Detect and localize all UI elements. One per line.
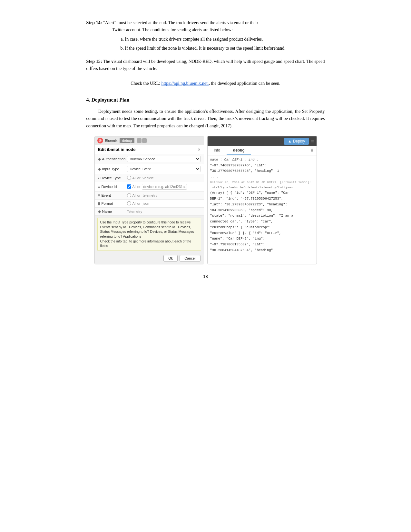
toolbar-logo: ◎: [97, 138, 103, 143]
auth-icon: ◆: [98, 157, 101, 161]
form-row-authentication: ◆ Authentication Bluemix Service API Key: [95, 154, 204, 164]
form-row-inputtype: ◆ Input Type Device Event Device Status: [95, 164, 204, 174]
debug-content: name : Car DEF-1 , ing : "-97.7468973078…: [208, 155, 317, 252]
debug-line-1: name : Car DEF-1 , ing :: [210, 157, 314, 163]
debug-timestamp: October 28, 2014 at 6:42:01 AM GMT+1 [ar…: [210, 180, 314, 185]
ok-button[interactable]: Ok: [163, 255, 178, 261]
deploy-label: Deploy: [293, 139, 305, 143]
deviceid-allor-label: All or: [132, 185, 141, 189]
deviceid-icon: ≡: [98, 184, 100, 189]
tab-clear-icon[interactable]: 🗑: [308, 146, 317, 155]
form-label-deviceid: ≡ Device Id: [98, 184, 127, 189]
form-control-inputtype: Device Event Device Status: [127, 166, 201, 172]
url-text-after: , the developed application can be seen.: [209, 81, 280, 86]
url-line: Check the URL: https://api.ng.bluemix.ne…: [86, 80, 325, 87]
section4-body: Deployment needs some testing, to ensure…: [86, 108, 325, 130]
step15-label: Step 15:: [86, 59, 102, 64]
name-value: Telemetry: [127, 210, 142, 213]
toolbar-icons: [137, 138, 147, 143]
debug-line-13: "-97.7387868135589", "lat":: [210, 242, 314, 247]
debug-line-3: "30.277008076367625", "heading": 1: [210, 169, 314, 174]
toolbar-debug-label: debug: [120, 138, 135, 143]
form-label-inputtype: ◆ Input Type: [98, 167, 127, 171]
format-allor-label: All or: [132, 202, 141, 205]
debug-array-start: (Array) [ { "id": "DEF-1", "name": "Car: [210, 191, 314, 196]
form-row-event: ≡ Event All or telemetry: [95, 192, 204, 200]
page-number: 18: [86, 274, 325, 279]
debug-url: iot-2/type/vehicle/id-/evt/telemetry/fmt…: [210, 185, 314, 190]
section4-heading: 4. Deployment Plan: [86, 97, 325, 103]
debug-line-8: "state": "normal", "description": "I am …: [210, 213, 314, 219]
panel-header: Edit ibmiot in node ×: [95, 145, 204, 154]
debug-line-6: "lat": "30.27893845872723", "heading":: [210, 202, 314, 207]
toolbar-icon-2[interactable]: [142, 138, 147, 143]
form-row-name: ◆ Name Telemetry: [95, 208, 204, 216]
right-tabs: info debug 🗑: [208, 146, 317, 155]
event-radio[interactable]: [127, 193, 131, 197]
format-value: json: [142, 202, 149, 205]
form-label-devicetype: ▪ Device Type: [98, 176, 127, 180]
form-label-format: ▮ Format: [98, 201, 127, 206]
step15-block: Step 15: The visual dashboard will be de…: [86, 58, 325, 73]
form-control-event: All or telemetry: [127, 193, 201, 197]
event-icon: ≡: [98, 193, 100, 198]
debug-line-4: ....: [210, 174, 314, 180]
page-content: Step 14: “Alert” must be selected at the…: [61, 0, 351, 298]
deploy-button[interactable]: ▲ Deploy: [284, 138, 309, 145]
panel-footer: Ok Cancel: [95, 252, 204, 264]
panel-close-button[interactable]: ×: [198, 147, 201, 152]
debug-line-12: "name": "Car DEF-2", "lng":: [210, 236, 314, 241]
debug-line-11: "customValue" } }, { "id": "DEF-2",: [210, 231, 314, 236]
format-icon: ▮: [98, 201, 100, 206]
form-control-format: All or json: [127, 201, 201, 205]
debug-line-14: "30.268414504487684", "heading":: [210, 248, 314, 252]
devicetype-alll-label: All or: [132, 176, 141, 180]
devicetype-icon: ▪: [98, 176, 99, 180]
panel-toolbar: ◎ Bluemix debug: [95, 136, 204, 145]
event-allor-label: All or: [132, 193, 141, 197]
form-label-authentication: ◆ Authentication: [98, 157, 127, 161]
step14-label: Step 14:: [86, 20, 102, 25]
devicetype-value: vehicle: [142, 176, 154, 180]
deviceid-input[interactable]: [142, 184, 187, 190]
step14-text1: “Alert” must be selected at the end. The…: [103, 20, 258, 25]
authentication-select[interactable]: Bluemix Service API Key: [127, 156, 201, 162]
inputtype-icon: ◆: [98, 167, 101, 171]
tab-info[interactable]: info: [208, 146, 227, 155]
step14-indent: Twitter account. The conditions for send…: [112, 26, 325, 34]
deploy-icon: ▲: [288, 139, 292, 143]
cancel-button[interactable]: Cancel: [180, 255, 200, 261]
step15-text: isual dashboard will be developed using,…: [86, 59, 325, 71]
form-row-deviceid: ≡ Device Id All or: [95, 182, 204, 192]
step14-list: In case, where the truck drivers complet…: [125, 36, 325, 52]
form-row-devicetype: ▪ Device Type All or vehicle: [95, 174, 204, 182]
debug-line-5: DEF-1", "lng": "-97.73205306427253",: [210, 196, 314, 202]
toolbar-bluemix-label: Bluemix: [105, 139, 118, 143]
url-text-before: Check the URL:: [131, 81, 161, 86]
debug-line-10: "customProps": { "customProp":: [210, 225, 314, 230]
panel-title: Edit ibmiot in node: [98, 147, 136, 152]
event-value: telemetry: [142, 193, 157, 197]
tab-debug[interactable]: debug: [227, 146, 251, 155]
format-radio[interactable]: [127, 201, 131, 205]
url-link[interactable]: https://api.ng.bluemix.net.: [161, 81, 209, 86]
inputtype-select[interactable]: Device Event Device Status: [127, 166, 201, 172]
right-toolbar: ▲ Deploy ≡: [208, 136, 317, 146]
form-control-devicetype: All or vehicle: [127, 176, 201, 180]
section4-body-text: Deployment needs some testing, to ensure…: [86, 109, 325, 128]
menu-icon[interactable]: ≡: [311, 138, 314, 144]
tab-spacer: [251, 146, 308, 155]
form-control-deviceid: All or: [127, 184, 201, 190]
toolbar-icon-1[interactable]: [137, 138, 142, 143]
form-label-name: ◆ Name: [98, 209, 127, 214]
help-text-block: Use the Input Type property to configure…: [97, 218, 201, 251]
form-control-name: Telemetry: [127, 210, 201, 213]
name-icon: ◆: [98, 209, 101, 214]
debug-line-9: connected car.", "type": "car",: [210, 219, 314, 224]
debug-line-2: "-97.74689730787746", "lat":: [210, 163, 314, 168]
right-panel: ▲ Deploy ≡ info debug 🗑 name : Car DEF-1…: [207, 136, 317, 264]
screenshot-area: ◎ Bluemix debug Edit ibmiot in node × ◆ …: [86, 136, 325, 264]
deviceid-checkbox[interactable]: [127, 184, 131, 189]
devicetype-radio[interactable]: [127, 176, 131, 180]
left-panel: ◎ Bluemix debug Edit ibmiot in node × ◆ …: [94, 136, 204, 264]
